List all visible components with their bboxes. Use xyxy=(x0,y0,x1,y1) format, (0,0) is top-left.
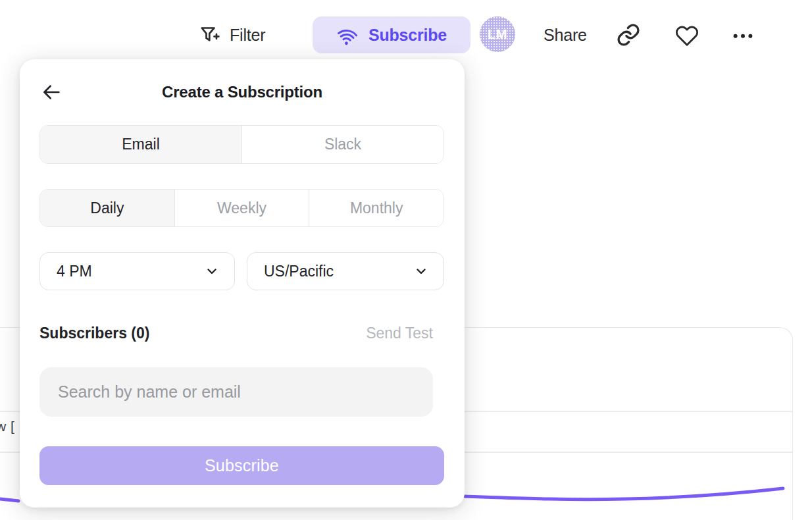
subscribers-count-label: Subscribers (0) xyxy=(39,325,149,342)
page: w [ Filter xyxy=(0,0,812,520)
time-select-value: 4 PM xyxy=(57,263,92,280)
tab-email[interactable]: Email xyxy=(40,126,242,163)
more-options-button[interactable] xyxy=(729,16,757,53)
subscriber-search-input[interactable] xyxy=(39,367,433,417)
create-subscription-modal: Create a Subscription Email Slack Daily … xyxy=(20,59,465,507)
subscribers-row: Subscribers (0) Send Test xyxy=(39,325,433,342)
timezone-select[interactable]: US/Pacific xyxy=(247,252,444,290)
background-partial-label: w [ xyxy=(0,419,14,434)
share-label: Share xyxy=(544,26,587,45)
avatar-initials: LM xyxy=(488,27,507,42)
toolbar: Filter Subscribe LM Share xyxy=(0,0,812,68)
chevron-down-icon xyxy=(204,263,220,279)
filter-plus-icon xyxy=(197,23,221,47)
filter-label: Filter xyxy=(230,26,265,45)
favorite-button[interactable] xyxy=(675,16,699,53)
tab-monthly[interactable]: Monthly xyxy=(309,190,444,226)
avatar[interactable]: LM xyxy=(480,16,515,52)
rss-icon xyxy=(336,24,359,46)
share-button[interactable]: Share xyxy=(544,16,587,53)
tab-slack[interactable]: Slack xyxy=(242,126,444,163)
heart-icon xyxy=(675,23,699,47)
tab-weekly[interactable]: Weekly xyxy=(175,190,310,226)
timezone-select-value: US/Pacific xyxy=(264,263,334,280)
subscribe-submit-button[interactable]: Subscribe xyxy=(39,446,444,485)
chevron-down-icon xyxy=(413,263,429,279)
send-test-link[interactable]: Send Test xyxy=(366,325,433,342)
subscribe-toolbar-button[interactable]: Subscribe xyxy=(313,16,470,53)
modal-title: Create a Subscription xyxy=(20,83,465,101)
ellipsis-icon xyxy=(729,21,757,49)
tab-daily[interactable]: Daily xyxy=(40,190,175,226)
time-select[interactable]: 4 PM xyxy=(39,252,235,290)
subscribe-toolbar-label: Subscribe xyxy=(368,26,447,45)
copy-link-button[interactable] xyxy=(616,16,641,53)
filter-button[interactable]: Filter xyxy=(197,16,265,53)
link-icon xyxy=(616,22,641,47)
frequency-tab-group: Daily Weekly Monthly xyxy=(39,189,444,227)
channel-tab-group: Email Slack xyxy=(39,125,444,164)
